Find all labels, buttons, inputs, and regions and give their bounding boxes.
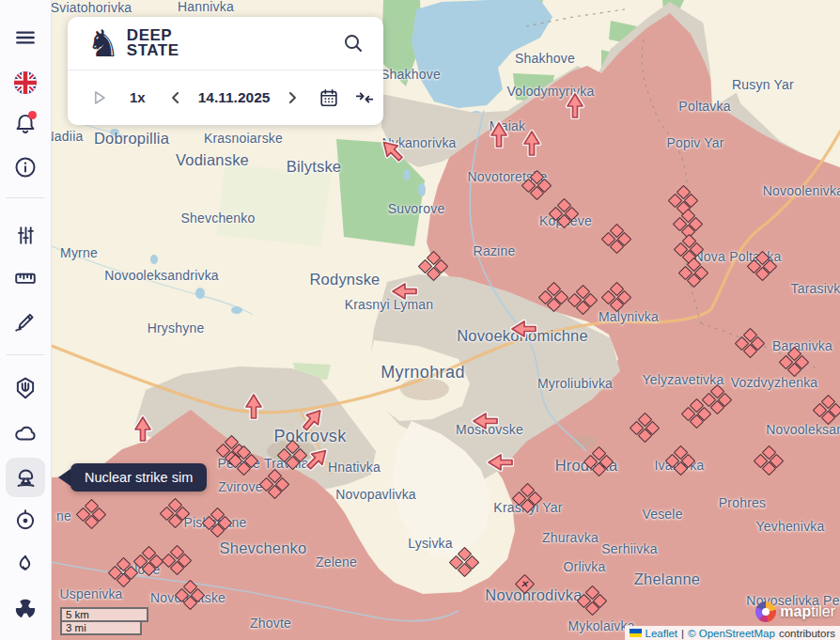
map-label: Poltavka — [678, 99, 730, 114]
attribution-contributors: contributors — [779, 628, 835, 639]
map-label: Orlivka — [564, 559, 606, 574]
map-label: Yevhenivka — [755, 519, 824, 534]
maptiler-logo[interactable]: maptiler — [755, 601, 835, 622]
battle-marker[interactable] — [630, 414, 659, 442]
battle-marker[interactable] — [666, 446, 694, 475]
map-label: ne — [56, 508, 71, 523]
map-label: Zhovte — [250, 616, 291, 631]
battle-marker[interactable] — [602, 283, 630, 311]
battle-marker[interactable] — [419, 252, 447, 280]
measure-ruler-icon[interactable] — [6, 258, 45, 298]
fires-flame-icon[interactable] — [6, 545, 45, 585]
map-label: Uspenivka — [59, 586, 122, 601]
battle-marker[interactable] — [754, 446, 783, 475]
prev-day-button[interactable] — [166, 88, 185, 107]
advance-arrow-icon — [132, 414, 153, 443]
date-display[interactable]: 14.11.2025 — [198, 89, 271, 106]
menu-button[interactable] — [6, 18, 45, 57]
control-panel: ♞ DEEPSTATE 1x 14.11.2025 — [68, 17, 383, 125]
map-label: Prohres — [719, 495, 766, 510]
osm-link[interactable]: © OpenStreetMap — [688, 628, 775, 639]
map-label: Shevchenko — [220, 539, 307, 557]
battle-marker[interactable] — [176, 581, 204, 609]
battle-marker[interactable] — [109, 558, 137, 586]
battle-marker[interactable] — [736, 329, 764, 357]
battle-marker[interactable] — [550, 199, 578, 227]
maptiler-text-map: map — [780, 603, 811, 619]
map-label: Hannivka — [178, 0, 234, 14]
maptiler-pinwheel-icon — [755, 601, 776, 622]
deepstate-knight-logo-icon: ♞ — [86, 24, 120, 62]
collapse-panel-button[interactable] — [354, 87, 375, 108]
map-label: Zhelanne — [634, 570, 700, 588]
advance-arrow-icon — [509, 319, 537, 339]
battle-marker[interactable] — [780, 348, 808, 376]
attribution-bar: Leaflet | © OpenStreetMap contributors — [625, 626, 840, 640]
battle-marker[interactable] — [229, 446, 257, 475]
playback-speed[interactable]: 1x — [130, 89, 146, 105]
deepstate-map-app: SviatohorivkaHannivkaShakhoveShakhoveVol… — [0, 0, 840, 640]
scale-bar: 5 km 3 mi — [60, 607, 148, 635]
battle-marker[interactable] — [602, 225, 630, 253]
tooltip-arrow — [58, 469, 70, 486]
battle-marker[interactable] — [522, 171, 551, 199]
battle-marker[interactable] — [682, 399, 710, 428]
attribution-separator: | — [681, 628, 684, 639]
nuclear-strike-sim-button[interactable] — [6, 458, 45, 497]
battle-marker[interactable] — [539, 283, 568, 311]
battle-marker[interactable] — [161, 499, 189, 527]
map-label: Shakhove — [515, 51, 575, 66]
map-label: Hnativka — [328, 460, 381, 475]
map-label: Tarasivka — [791, 281, 840, 296]
map-label: Myrne — [60, 245, 98, 260]
battle-marker[interactable] — [748, 252, 776, 280]
battle-marker[interactable] — [679, 258, 708, 287]
advance-arrow-icon — [565, 91, 585, 119]
units-trident-shield-icon[interactable] — [6, 368, 45, 408]
notification-badge — [28, 111, 37, 119]
battle-marker[interactable] — [163, 546, 191, 574]
battle-marker[interactable] — [578, 586, 606, 615]
leaflet-link[interactable]: Leaflet — [646, 628, 678, 639]
map-label: Myroliubivka — [537, 376, 613, 391]
advance-arrow-icon — [521, 129, 542, 157]
info-button[interactable] — [6, 148, 45, 187]
map-label: Popiv Yar — [666, 135, 723, 150]
battle-marker[interactable] — [260, 470, 288, 498]
next-day-button[interactable] — [283, 88, 302, 107]
weather-cloud-icon[interactable] — [6, 414, 45, 453]
ukraine-flag-icon — [630, 629, 642, 637]
battle-marker[interactable] — [77, 500, 105, 528]
sidebar-divider — [7, 197, 44, 198]
strike-target-icon[interactable] — [6, 500, 45, 539]
play-button[interactable] — [88, 87, 109, 108]
map-label: Vodianske — [176, 151, 249, 169]
battle-marker[interactable] — [568, 286, 597, 314]
battle-marker[interactable] — [584, 447, 613, 476]
notifications-bell-icon[interactable] — [6, 103, 45, 143]
brand-wordmark: DEEPSTATE — [127, 28, 179, 58]
map-label: Novoolenivka — [763, 183, 840, 198]
radiation-icon[interactable] — [6, 589, 45, 629]
tooltip-nuclear-strike-sim: Nuclear strike sim — [58, 463, 207, 492]
map-label: Rodynske — [310, 271, 381, 289]
map-label: Shevchenko — [180, 211, 255, 226]
draw-signature-icon[interactable] — [6, 303, 45, 342]
battle-marker[interactable] — [134, 547, 163, 575]
calendar-button[interactable] — [319, 87, 339, 108]
advance-arrow-icon — [390, 281, 418, 302]
battle-marker[interactable] — [814, 396, 840, 424]
map-label: Razine — [474, 243, 516, 258]
settings-sliders-icon[interactable] — [6, 215, 45, 255]
map-label: Shakhove — [381, 67, 441, 82]
tooltip-text: Nuclear strike sim — [70, 463, 207, 492]
language-uk-flag-icon[interactable] — [6, 63, 45, 102]
advance-arrow-icon — [243, 392, 264, 420]
map-label: Lysivka — [408, 536, 453, 551]
battle-marker[interactable]: ✕ — [510, 570, 538, 598]
battle-marker[interactable] — [513, 484, 541, 512]
battle-marker[interactable] — [278, 441, 306, 469]
battle-marker[interactable] — [450, 548, 478, 576]
search-button[interactable] — [342, 32, 365, 55]
battle-marker[interactable] — [203, 508, 231, 537]
